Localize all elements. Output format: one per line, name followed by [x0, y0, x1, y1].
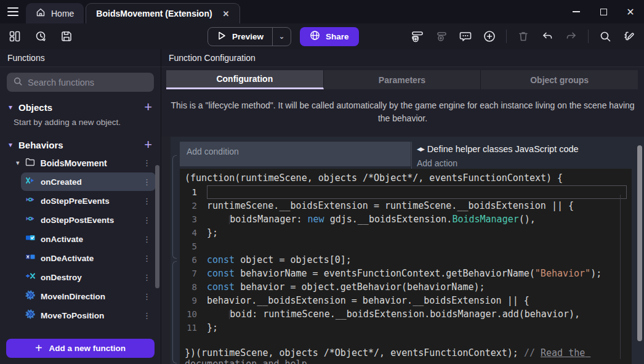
home-icon — [36, 7, 46, 19]
preview-button[interactable]: Preview ⌄ — [207, 27, 291, 46]
folder-icon — [25, 158, 35, 169]
code-line-9[interactable]: 9behavior.__boidsExtension = behavior.__… — [180, 294, 632, 307]
tab-home-label: Home — [51, 9, 74, 18]
tab-object-groups[interactable]: Object groups — [481, 70, 638, 89]
function-item-dosteppostevents[interactable]: doStepPostEvents⋮ — [21, 211, 156, 229]
undo-icon[interactable] — [540, 29, 555, 44]
maximize-button[interactable] — [590, 2, 617, 21]
project-manager-icon[interactable] — [7, 29, 22, 44]
code-line-11[interactable]: 11}; — [180, 321, 632, 334]
function-item-dosteppreevents[interactable]: doStepPreEvents⋮ — [21, 192, 156, 210]
choose-event-type-icon[interactable] — [482, 29, 497, 44]
sidebar-scrollbar[interactable] — [155, 165, 159, 288]
tab-active-label: BoidsMovement (Extension) — [96, 9, 212, 18]
add-action-button[interactable]: Add action — [417, 156, 632, 170]
objects-label: Objects — [18, 102, 52, 113]
function-item-onactivate[interactable]: onActivate⋮ — [21, 230, 156, 248]
search-functions-input[interactable] — [28, 78, 148, 87]
add-function-label: Add a new function — [49, 344, 126, 353]
history-icon[interactable] — [33, 29, 48, 44]
tab-configuration[interactable]: Configuration — [166, 70, 324, 89]
add-object-icon[interactable]: + — [144, 101, 152, 113]
function-item-ondestroy[interactable]: onDestroy⋮ — [21, 268, 156, 286]
code-icon: ◀▶ — [417, 146, 424, 152]
tab-boidsmovement[interactable]: BoidsMovement (Extension) ✕ — [86, 3, 239, 23]
function-item-label: onCreated — [41, 177, 82, 187]
play-icon — [217, 31, 227, 42]
code-line-6[interactable]: 6const object = objects[0]; — [180, 253, 632, 267]
search-functions-box[interactable] — [7, 73, 154, 92]
behavior-folder-row[interactable]: ▾ BoidsMovement ⋮ — [0, 154, 161, 172]
behaviors-section-header[interactable]: ▾ Behaviors + — [0, 135, 161, 154]
code-line-2[interactable]: 2runtimeScene.__boidsExtension = runtime… — [180, 199, 632, 212]
kebab-menu-icon[interactable]: ⋮ — [139, 235, 155, 244]
function-configuration-panel: Function Configuration Configuration Par… — [161, 49, 644, 364]
code-lines: 12runtimeScene.__boidsExtension = runtim… — [180, 185, 632, 334]
add-function-button[interactable]: + Add a new function — [6, 339, 155, 358]
chevron-down-icon[interactable]: ▾ — [16, 159, 20, 167]
function-item-label: doStepPostEvents — [41, 216, 114, 225]
objects-section-header[interactable]: ▾ Objects + — [0, 98, 161, 116]
kebab-menu-icon[interactable]: ⋮ — [139, 273, 155, 282]
close-tab-icon[interactable]: ✕ — [223, 9, 230, 18]
function-item-movetoposition[interactable]: MoveToPosition⋮ — [21, 306, 156, 325]
titlebar: Home BoidsMovement (Extension) ✕ ✕ — [0, 0, 644, 23]
line-number: 2 — [180, 199, 207, 212]
code-line-1[interactable]: 1 — [180, 185, 632, 199]
share-label: Share — [326, 32, 349, 41]
function-item-label: onDeActivate — [41, 254, 94, 263]
preview-label: Preview — [232, 32, 264, 41]
code-line-3[interactable]: 3 boidsManager: new gdjs.__boidsExtensio… — [180, 212, 632, 226]
plus-icon: + — [35, 341, 42, 355]
behaviors-label: Behaviors — [18, 140, 63, 150]
kebab-menu-icon[interactable]: ⋮ — [139, 216, 155, 225]
menu-icon[interactable] — [0, 7, 26, 16]
line-number: 11 — [180, 321, 207, 334]
window-controls: ✕ — [563, 2, 644, 21]
search-events-icon[interactable] — [598, 29, 613, 44]
main-scrollbar[interactable] — [637, 145, 642, 341]
code-line-7[interactable]: 7const behaviorName = eventsFunctionCont… — [180, 267, 632, 280]
delete-icon — [516, 29, 531, 44]
kebab-menu-icon[interactable]: ⋮ — [139, 196, 155, 206]
event-sheet: Add condition ◀▶ Define helper classes J… — [161, 137, 644, 364]
close-window-button[interactable]: ✕ — [617, 2, 644, 21]
kebab-menu-icon[interactable]: ⋮ — [139, 158, 155, 168]
chevron-down-icon[interactable]: ▾ — [9, 140, 12, 149]
minimize-button[interactable] — [563, 2, 590, 21]
line-number: 8 — [180, 280, 207, 294]
search-icon — [13, 76, 23, 89]
chevron-down-icon[interactable]: ▾ — [9, 103, 12, 111]
function-list: onCreated⋮doStepPreEvents⋮doStepPostEven… — [0, 172, 161, 325]
lifecycle-description: This is a "lifecycle method". It will be… — [166, 99, 640, 125]
js-code-editor[interactable]: (function(runtimeScene, objects /*Object… — [180, 169, 632, 364]
add-comment-icon[interactable] — [458, 29, 473, 44]
add-event-icon[interactable] — [410, 29, 425, 44]
function-item-label: doStepPreEvents — [41, 196, 110, 206]
tab-parameters[interactable]: Parameters — [324, 70, 481, 89]
code-line-10[interactable]: 10 boid: runtimeScene.__boidsExtension.b… — [180, 307, 632, 321]
kebab-menu-icon[interactable]: ⋮ — [139, 177, 155, 187]
function-item-oncreated[interactable]: onCreated⋮ — [21, 172, 156, 191]
js-event-title: ◀▶ Define helper classes JavaScript code — [417, 142, 632, 156]
kebab-menu-icon[interactable]: ⋮ — [139, 292, 155, 301]
tab-home[interactable]: Home — [26, 3, 84, 23]
code-line-4[interactable]: 4}; — [180, 226, 632, 240]
code-wrapper-footer: })(runtimeScene, objects /*Object*/, eve… — [180, 347, 632, 364]
edit-extension-icon[interactable] — [622, 29, 637, 44]
kebab-menu-icon[interactable]: ⋮ — [139, 311, 155, 320]
add-condition-button[interactable]: Add condition — [180, 142, 411, 166]
code-editor-scrollbar[interactable] — [620, 195, 621, 359]
share-button[interactable]: Share — [300, 27, 359, 46]
function-item-ondeactivate[interactable]: onDeActivate⋮ — [21, 249, 156, 267]
kebab-menu-icon[interactable]: ⋮ — [139, 254, 155, 263]
preview-options-chevron-icon[interactable]: ⌄ — [272, 28, 291, 46]
code-line-8[interactable]: 8const behavior = object.getBehavior(beh… — [180, 280, 632, 294]
line-number: 5 — [180, 240, 207, 253]
functions-sidebar: Functions ▾ Objects + Start by adding a … — [0, 49, 161, 364]
function-item-moveindirection[interactable]: MoveInDirection⋮ — [21, 287, 156, 305]
code-line-5[interactable]: 5 — [180, 240, 632, 253]
line-number: 4 — [180, 226, 207, 240]
save-icon[interactable] — [59, 29, 74, 44]
add-behavior-icon[interactable]: + — [144, 139, 152, 151]
